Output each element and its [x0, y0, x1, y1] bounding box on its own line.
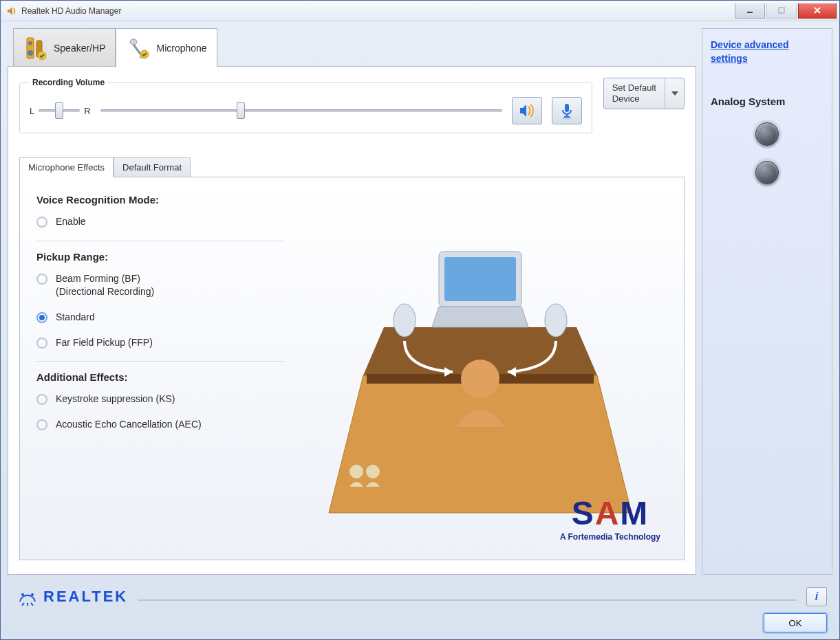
- realtek-logo-text: REALTEK: [43, 588, 128, 606]
- sam-brand: SAM A Fortemedia Technology: [560, 494, 660, 542]
- set-default-label: Set Default Device: [604, 78, 665, 109]
- additional-effects-title: Additional Effects:: [36, 371, 284, 383]
- footer-divider: [138, 599, 797, 601]
- minimize-button[interactable]: [735, 3, 765, 19]
- analog-jack-2[interactable]: [755, 161, 779, 184]
- tab-microphone[interactable]: Microphone: [116, 28, 217, 67]
- opt-keystroke-suppression[interactable]: Keystroke suppression (KS): [36, 393, 284, 406]
- volume-thumb[interactable]: [237, 102, 245, 119]
- svg-rect-10: [565, 104, 569, 112]
- opt-ffp[interactable]: Far Field Pickup (FFP): [36, 336, 284, 349]
- pickup-range-title: Pickup Range:: [36, 251, 284, 263]
- recording-volume-legend: Recording Volume: [30, 78, 107, 87]
- device-advanced-settings-link[interactable]: Device advanced settings: [711, 38, 823, 65]
- effects-panel: Voice Recognition Mode: Enable Pickup Ra…: [19, 177, 685, 560]
- subtab-default-format[interactable]: Default Format: [114, 157, 191, 177]
- svg-point-13: [561, 118, 572, 120]
- svg-rect-1: [779, 8, 784, 13]
- balance-left-label: L: [30, 106, 34, 116]
- recording-volume-group: Recording Volume L R: [19, 78, 592, 133]
- divider: [36, 361, 284, 362]
- svg-marker-19: [432, 307, 528, 327]
- set-default-device[interactable]: Set Default Device: [603, 78, 685, 109]
- radio-icon: [36, 394, 47, 405]
- microphone-panel: Recording Volume L R: [8, 66, 696, 575]
- opt-enable-vr[interactable]: Enable: [36, 215, 284, 228]
- radio-icon: [36, 419, 47, 430]
- svg-point-21: [545, 304, 567, 337]
- radio-icon: [36, 217, 47, 228]
- info-button[interactable]: i: [806, 587, 827, 606]
- opt-beam-label: Beam Forming (BF) (Directional Recording…: [56, 272, 154, 298]
- set-default-dropdown[interactable]: [665, 78, 684, 109]
- balance-slider[interactable]: [39, 109, 80, 112]
- opt-aec-label: Acoustic Echo Cancellation (AEC): [56, 418, 202, 431]
- analog-system-title: Analog System: [711, 96, 823, 107]
- footer: REALTEK i OK: [1, 582, 839, 639]
- opt-beam-forming[interactable]: Beam Forming (BF) (Directional Recording…: [36, 272, 284, 298]
- svg-point-24: [461, 360, 499, 398]
- ok-button[interactable]: OK: [764, 613, 827, 632]
- divider: [36, 241, 284, 241]
- tab-speaker[interactable]: Speaker/HP: [13, 28, 116, 67]
- radio-icon: [36, 312, 47, 323]
- app-window: Realtek HD Audio Manager Speaker/HP: [0, 0, 840, 640]
- opt-enable-label: Enable: [56, 215, 86, 228]
- realtek-logo: REALTEK: [17, 588, 128, 606]
- microphone-tab-icon: [126, 36, 151, 60]
- speaker-icon: [6, 5, 17, 16]
- svg-point-20: [394, 304, 416, 337]
- opt-aec[interactable]: Acoustic Echo Cancellation (AEC): [36, 418, 284, 431]
- svg-point-28: [31, 593, 34, 596]
- svg-point-7: [130, 39, 137, 45]
- tab-microphone-label: Microphone: [156, 43, 206, 54]
- analog-jack-1[interactable]: [755, 122, 779, 146]
- svg-rect-18: [444, 257, 516, 301]
- titlebar: Realtek HD Audio Manager: [1, 1, 839, 21]
- voice-recognition-title: Voice Recognition Mode:: [36, 194, 284, 206]
- radio-icon: [36, 274, 47, 285]
- side-panel: Device advanced settings Analog System: [702, 28, 832, 575]
- tab-speaker-label: Speaker/HP: [54, 43, 105, 54]
- opt-ks-label: Keystroke suppression (KS): [56, 393, 175, 406]
- opt-ffp-label: Far Field Pickup (FFP): [56, 336, 153, 349]
- svg-point-26: [366, 465, 380, 478]
- balance-thumb[interactable]: [55, 102, 63, 119]
- balance-right-label: R: [84, 106, 90, 116]
- opt-standard[interactable]: Standard: [36, 311, 284, 324]
- radio-icon: [36, 338, 47, 349]
- maximize-button[interactable]: [766, 3, 797, 19]
- volume-slider[interactable]: [100, 109, 502, 112]
- svg-point-27: [21, 593, 24, 596]
- speaker-tab-icon: [23, 36, 48, 60]
- svg-point-25: [349, 465, 363, 478]
- window-title: Realtek HD Audio Manager: [21, 6, 733, 16]
- mute-mic-button[interactable]: [552, 97, 582, 124]
- opt-standard-label: Standard: [56, 311, 95, 324]
- sam-subtitle: A Fortemedia Technology: [560, 532, 660, 542]
- mute-playback-button[interactable]: [512, 97, 542, 124]
- subtab-effects[interactable]: Microphone Effects: [19, 157, 114, 177]
- close-button[interactable]: [798, 3, 837, 19]
- svg-point-4: [28, 50, 33, 56]
- pickup-illustration: SAM A Fortemedia Technology: [292, 190, 667, 547]
- svg-point-3: [28, 41, 32, 45]
